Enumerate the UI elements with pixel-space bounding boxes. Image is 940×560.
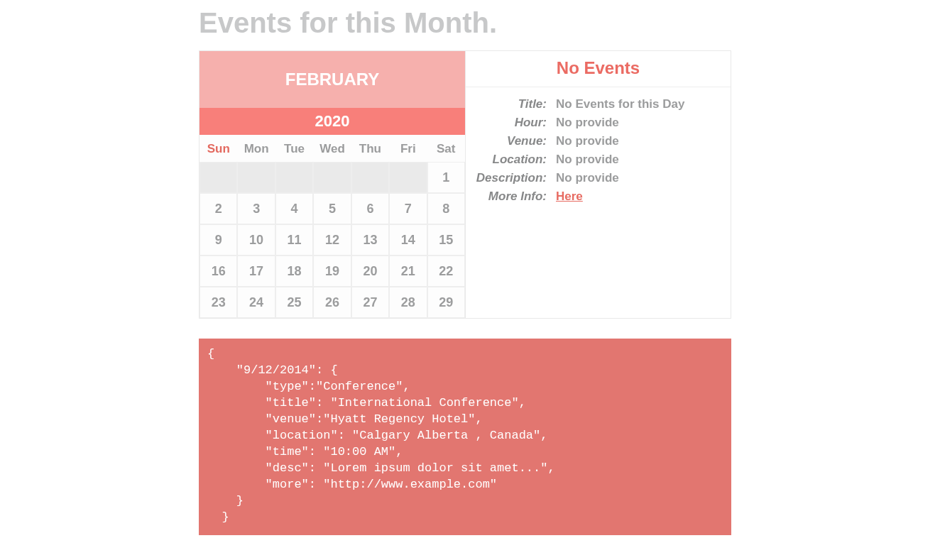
event-details: Title: No Events for this Day Hour: No p… [466,87,731,218]
calendar-day[interactable]: 22 [427,256,465,287]
calendar-day[interactable]: 11 [275,224,313,256]
page-container: Events for this Month. FEBRUARY 2020 Sun… [199,7,731,535]
calendar-day[interactable]: 28 [389,287,427,318]
calendar-day[interactable]: 3 [237,193,275,224]
calendar-week: 2 3 4 5 6 7 8 [200,193,465,224]
calendar-day[interactable]: 12 [313,224,351,256]
calendar-day[interactable]: 24 [237,287,275,318]
detail-label-title: Title: [474,97,551,111]
calendar-day[interactable]: 25 [275,287,313,318]
detail-label-moreinfo: More Info: [474,190,551,204]
calendar-day[interactable]: 15 [427,224,465,256]
calendar-week: 23 24 25 26 27 28 29 [200,287,465,318]
calendar-day[interactable]: 4 [275,193,313,224]
calendar-day[interactable]: 18 [275,256,313,287]
calendar-day[interactable]: 19 [313,256,351,287]
dow-fri: Fri [389,135,427,162]
page-title: Events for this Month. [199,7,731,50]
calendar-day[interactable]: 21 [389,256,427,287]
calendar-day[interactable]: 2 [200,193,237,224]
calendar-day[interactable]: 10 [237,224,275,256]
calendar-day-blank [275,162,313,193]
event-detail-row: Description: No provide [474,171,716,185]
calendar-weeks: 1 2 3 4 5 6 7 8 9 10 11 12 [200,162,465,318]
calendar-day[interactable]: 23 [200,287,237,318]
calendar-day[interactable]: 1 [427,162,465,193]
dow-sun: Sun [200,135,237,162]
dow-mon: Mon [237,135,275,162]
events-heading: No Events [466,51,731,87]
event-detail-row: Hour: No provide [474,116,716,130]
calendar-day[interactable]: 16 [200,256,237,287]
detail-value-location: No provide [551,153,619,167]
calendar-day-blank [351,162,389,193]
calendar-day-blank [200,162,237,193]
calendar-month-header: FEBRUARY [200,51,465,108]
detail-label-hour: Hour: [474,116,551,130]
detail-label-venue: Venue: [474,134,551,148]
calendar-events-panel: FEBRUARY 2020 Sun Mon Tue Wed Thu Fri Sa… [199,50,731,319]
detail-label-location: Location: [474,153,551,167]
more-info-link[interactable]: Here [556,190,583,203]
calendar-day[interactable]: 8 [427,193,465,224]
code-block: { "9/12/2014": { "type":"Conference", "t… [199,339,731,535]
calendar-day[interactable]: 26 [313,287,351,318]
calendar-day-blank [313,162,351,193]
calendar-day[interactable]: 6 [351,193,389,224]
detail-value-title: No Events for this Day [551,97,684,111]
calendar-day-blank [237,162,275,193]
event-detail-row: More Info: Here [474,190,716,204]
calendar-week: 9 10 11 12 13 14 15 [200,224,465,256]
calendar-day[interactable]: 29 [427,287,465,318]
dow-thu: Thu [351,135,389,162]
dow-sat: Sat [427,135,465,162]
detail-value-venue: No provide [551,134,619,148]
calendar-week: 16 17 18 19 20 21 22 [200,256,465,287]
event-detail-row: Location: No provide [474,153,716,167]
calendar-week: 1 [200,162,465,193]
calendar-year-bar: 2020 [200,108,465,135]
calendar: FEBRUARY 2020 Sun Mon Tue Wed Thu Fri Sa… [200,51,466,318]
calendar-day[interactable]: 5 [313,193,351,224]
dow-wed: Wed [313,135,351,162]
detail-value-hour: No provide [551,116,619,130]
calendar-day[interactable]: 27 [351,287,389,318]
calendar-day-blank [389,162,427,193]
detail-label-description: Description: [474,171,551,185]
detail-value-description: No provide [551,171,619,185]
calendar-day[interactable]: 9 [200,224,237,256]
calendar-day[interactable]: 14 [389,224,427,256]
calendar-day[interactable]: 17 [237,256,275,287]
event-detail-row: Title: No Events for this Day [474,97,716,111]
calendar-day[interactable]: 7 [389,193,427,224]
event-detail-row: Venue: No provide [474,134,716,148]
detail-value-moreinfo: Here [551,190,583,204]
calendar-day[interactable]: 13 [351,224,389,256]
dow-tue: Tue [275,135,313,162]
events-panel: No Events Title: No Events for this Day … [466,51,731,318]
calendar-dow-row: Sun Mon Tue Wed Thu Fri Sat [200,135,465,162]
calendar-day[interactable]: 20 [351,256,389,287]
